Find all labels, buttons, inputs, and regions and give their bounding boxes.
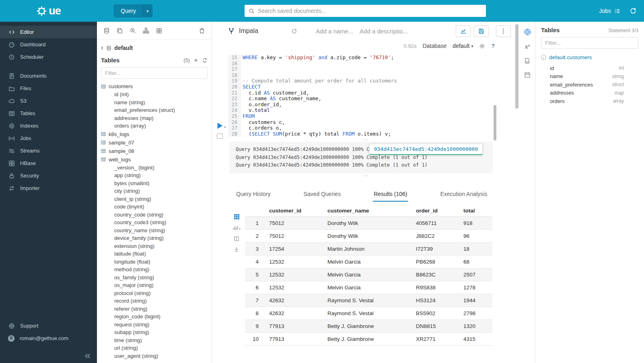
column-item[interactable]: extension (string): [101, 242, 208, 250]
sidebar-item-jobs[interactable]: Jobs: [0, 132, 97, 144]
grid-view-icon[interactable]: [234, 214, 240, 220]
column-item[interactable]: record (string): [101, 297, 208, 305]
editor-scrollbar[interactable]: [494, 105, 496, 140]
search-input[interactable]: [258, 8, 482, 14]
result-row[interactable]: 842632Raymond S. VestalBS59022798: [245, 307, 492, 320]
new-query-button[interactable]: Query ▾: [114, 4, 152, 17]
column-item[interactable]: id (int): [101, 91, 208, 99]
table-item[interactable]: sample_08: [101, 147, 208, 155]
column-item[interactable]: method (string): [101, 266, 208, 274]
column-item[interactable]: subapp (string): [101, 328, 208, 336]
column-item[interactable]: time (string): [101, 336, 208, 344]
result-row[interactable]: 512532Melvin GarciaB8623C2507: [245, 268, 492, 281]
column-header[interactable]: total: [459, 205, 492, 217]
active-table-link[interactable]: default.customers: [549, 54, 592, 60]
table-item[interactable]: customers: [101, 82, 208, 91]
code-line[interactable]: (SELECT SUM(price * qty) total FROM o.it…: [243, 131, 496, 137]
sidebar-item-importer[interactable]: Importer: [0, 182, 97, 194]
column-item[interactable]: addressesmap: [550, 89, 624, 97]
grid-layout-icon[interactable]: [156, 28, 162, 34]
code-line[interactable]: -- Compute total amount per order for al…: [243, 78, 496, 84]
table-item[interactable]: k8s_logs: [101, 130, 208, 138]
bag-icon[interactable]: [199, 27, 205, 34]
code-line[interactable]: SELECT: [243, 84, 496, 90]
chart-view-icon[interactable]: ▾: [232, 225, 241, 231]
query-history-icon[interactable]: [630, 7, 637, 14]
tab-saved-queries[interactable]: Saved Queries: [303, 188, 342, 202]
column-item[interactable]: user_agent (string): [101, 352, 208, 360]
info-icon[interactable]: i: [541, 55, 546, 60]
query-dropdown-caret[interactable]: ▾: [142, 5, 152, 17]
code-line[interactable]: v.total: [243, 107, 496, 113]
result-row[interactable]: 317254Martin JohnsonI72T3918: [245, 242, 492, 255]
resize-handle[interactable]: ⋯: [212, 173, 520, 178]
column-item[interactable]: country_code3 (string): [101, 219, 208, 227]
column-item[interactable]: device_family (string): [101, 234, 208, 242]
assistant-helm-icon[interactable]: [524, 28, 531, 36]
result-row[interactable]: 1077913Betty J. GiambroneXR27714315: [245, 332, 492, 345]
statement-options-button[interactable]: [217, 134, 223, 139]
column-item[interactable]: app (string): [101, 171, 208, 179]
code-line[interactable]: customers c,: [243, 120, 496, 126]
result-row[interactable]: 612532Melvin GarciaR9S8381278: [245, 281, 492, 294]
functions-icon[interactable]: x²: [525, 43, 530, 50]
sidebar-item-dashboard[interactable]: Dashboard: [0, 38, 97, 51]
download-icon[interactable]: [234, 247, 239, 252]
column-item[interactable]: orders (array): [101, 122, 208, 130]
column-item[interactable]: city (string): [101, 187, 208, 195]
help-icon[interactable]: ?: [491, 43, 495, 49]
column-item[interactable]: namestring: [550, 72, 624, 81]
column-item[interactable]: latitude (float): [101, 250, 208, 258]
code-editor[interactable]: 1516171819202122232425262728 WHERE a.key…: [228, 55, 496, 137]
schedule-calendar-icon[interactable]: [524, 72, 531, 78]
search-plus-icon[interactable]: [130, 27, 136, 34]
run-options-caret[interactable]: ▾: [224, 125, 226, 129]
table-item[interactable]: web_logs: [101, 155, 208, 164]
column-item[interactable]: email_preferencesstruct: [550, 80, 624, 89]
column-item[interactable]: email_preferences (struct): [101, 106, 208, 114]
sidebar-item-editor[interactable]: Editor: [0, 26, 97, 38]
run-query-button[interactable]: ▾: [217, 122, 226, 129]
column-item[interactable]: ordersarray: [550, 97, 624, 105]
more-actions-button[interactable]: ⋮: [496, 25, 511, 37]
add-table-icon[interactable]: +: [194, 57, 198, 64]
result-row[interactable]: 742632Raymond S. VestalHS31241944: [245, 294, 492, 307]
copy-icon[interactable]: [117, 28, 123, 34]
query-name-input[interactable]: [316, 28, 354, 35]
tab-query-history[interactable]: Query History: [235, 188, 272, 202]
column-item[interactable]: code (tinyint): [101, 203, 208, 211]
code-line[interactable]: o.order_id,: [243, 102, 496, 108]
chart-button[interactable]: [456, 25, 471, 37]
support-link[interactable]: Support: [0, 320, 97, 332]
user-menu[interactable]: R romain@gethue.com: [0, 332, 97, 344]
column-item[interactable]: os_major (string): [101, 281, 208, 289]
code-lines[interactable]: WHERE a.key = 'shipping' and a.zip_code …: [241, 55, 496, 137]
databases-icon[interactable]: [103, 27, 110, 34]
result-row[interactable]: 175012Dorothy Wilk4056711918: [245, 217, 492, 229]
column-header[interactable]: customer_id: [265, 205, 323, 217]
engine-name[interactable]: Impala: [239, 27, 258, 35]
column-header[interactable]: customer_name: [323, 205, 412, 217]
column-item[interactable]: name (string): [101, 99, 208, 107]
column-item[interactable]: referer (string): [101, 305, 208, 313]
column-item[interactable]: client_ip (string): [101, 195, 208, 203]
column-item[interactable]: url (string): [101, 344, 208, 352]
sidebar-item-files[interactable]: Files: [0, 82, 97, 95]
refresh-icon[interactable]: [202, 58, 208, 63]
tab-execution-analysis[interactable]: Execution Analysis: [439, 188, 488, 202]
jobs-link[interactable]: Jobs: [599, 8, 621, 14]
sidebar-item-scheduler[interactable]: Scheduler: [0, 51, 97, 63]
sidebar-item-streams[interactable]: Streams: [0, 144, 97, 157]
column-item[interactable]: _version_ (bigint): [101, 164, 208, 172]
column-item[interactable]: longitude (float): [101, 258, 208, 266]
table-filter-input[interactable]: [101, 67, 208, 79]
database-name[interactable]: default: [114, 45, 133, 51]
tab-results[interactable]: Results (106): [373, 188, 408, 202]
result-row[interactable]: 977913Betty J. GiambroneDN88151320: [245, 320, 492, 332]
query-id-popover[interactable]: 034d413ec7474ed5:4249de1000000000: [369, 144, 483, 155]
sidebar-item-documents[interactable]: Documents: [0, 70, 97, 82]
column-item[interactable]: addresses (map): [101, 114, 208, 122]
settings-gear-icon[interactable]: [479, 43, 485, 49]
query-description-input[interactable]: [360, 28, 412, 35]
column-item[interactable]: region_code (bigint): [101, 313, 208, 321]
